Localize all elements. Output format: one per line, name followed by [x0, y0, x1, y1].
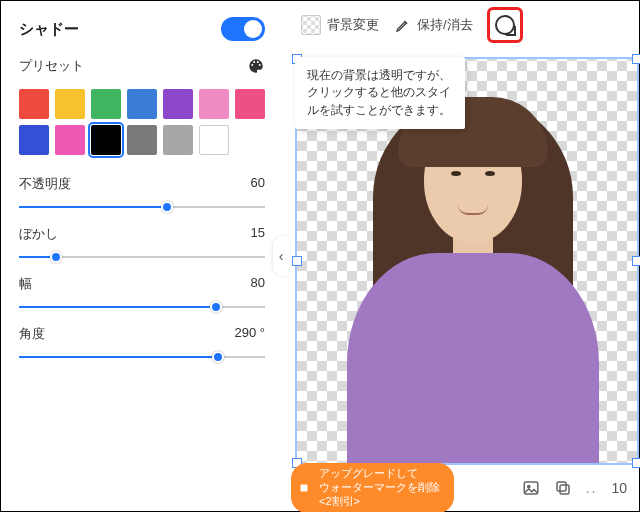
- color-swatch[interactable]: [163, 89, 193, 119]
- canvas-topbar: 背景変更 保持/消去: [283, 1, 639, 49]
- zoom-value: 10: [611, 480, 627, 496]
- resize-handle[interactable]: [632, 54, 640, 64]
- collapse-panel-icon[interactable]: ‹: [273, 236, 289, 276]
- resize-handle[interactable]: [632, 256, 640, 266]
- svg-rect-2: [560, 485, 569, 494]
- slider-label: ぼかし: [19, 225, 58, 243]
- upgrade-line1: アップグレードして: [319, 467, 440, 481]
- color-swatch[interactable]: [91, 89, 121, 119]
- color-swatch[interactable]: [91, 125, 121, 155]
- color-swatch[interactable]: [55, 89, 85, 119]
- resize-handle[interactable]: [292, 256, 302, 266]
- upgrade-line2: ウォーターマークを削除: [319, 481, 440, 495]
- keep-erase-button[interactable]: 保持/消去: [389, 16, 479, 34]
- zoom-dots[interactable]: ..: [586, 480, 598, 496]
- color-swatch[interactable]: [127, 89, 157, 119]
- shadow-panel: シャドー プリセット 不透明度60ぼかし15幅80角度290 °: [1, 1, 283, 511]
- color-swatch[interactable]: [127, 125, 157, 155]
- transparency-icon: [301, 15, 321, 35]
- slider-track[interactable]: [19, 249, 265, 265]
- color-swatch[interactable]: [199, 125, 229, 155]
- diamond-icon: [297, 481, 311, 495]
- color-swatch[interactable]: [235, 89, 265, 119]
- svg-rect-3: [557, 482, 566, 491]
- keep-erase-label: 保持/消去: [417, 16, 473, 34]
- shadow-tool-icon: [495, 15, 515, 35]
- slider-track[interactable]: [19, 199, 265, 215]
- upgrade-line3: <2割引>: [319, 495, 440, 509]
- color-swatch[interactable]: [163, 125, 193, 155]
- slider-value: 60: [251, 175, 265, 193]
- slider-label: 幅: [19, 275, 32, 293]
- bg-change-label: 背景変更: [327, 16, 379, 34]
- bg-tooltip: 現在の背景は透明ですが、クリックすると他のスタイルを試すことができます。: [295, 57, 465, 129]
- shadow-toggle[interactable]: [221, 17, 265, 41]
- canvas-area: ‹ 背景変更 保持/消去: [283, 1, 639, 511]
- color-swatch[interactable]: [55, 125, 85, 155]
- svg-point-1: [527, 485, 529, 487]
- slider-label: 不透明度: [19, 175, 71, 193]
- slider-value: 80: [251, 275, 265, 293]
- color-swatch[interactable]: [19, 125, 49, 155]
- color-swatch[interactable]: [199, 89, 229, 119]
- copy-icon[interactable]: [554, 479, 572, 497]
- preset-label: プリセット: [19, 57, 84, 75]
- pencil-icon: [395, 17, 411, 33]
- swatch-grid: [19, 89, 265, 155]
- panel-title: シャドー: [19, 20, 79, 39]
- slider-track[interactable]: [19, 299, 265, 315]
- slider-track[interactable]: [19, 349, 265, 365]
- upgrade-button[interactable]: アップグレードして ウォーターマークを削除 <2割引>: [291, 463, 454, 512]
- slider-value: 290 °: [234, 325, 265, 343]
- bottom-bar: アップグレードして ウォーターマークを削除 <2割引> .. 10: [283, 465, 639, 511]
- shadow-tool-highlight[interactable]: [487, 7, 523, 43]
- bg-change-button[interactable]: 背景変更: [295, 15, 385, 35]
- color-swatch[interactable]: [19, 89, 49, 119]
- slider-value: 15: [251, 225, 265, 243]
- palette-icon[interactable]: [247, 57, 265, 75]
- slider-label: 角度: [19, 325, 45, 343]
- image-icon[interactable]: [522, 479, 540, 497]
